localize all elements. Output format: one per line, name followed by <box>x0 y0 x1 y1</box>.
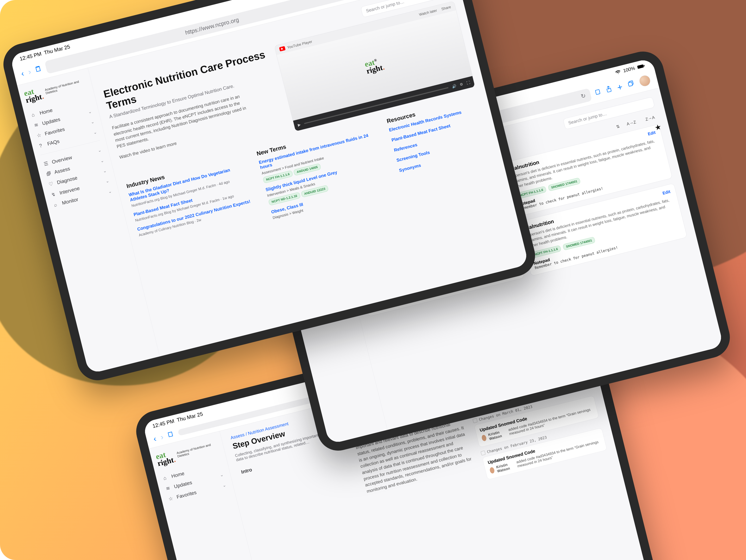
svg-rect-9 <box>628 82 632 86</box>
rss-icon: ≋ <box>33 121 40 129</box>
sort-za-button[interactable]: Z→A <box>642 113 658 124</box>
chevron-down-icon: ⌄ <box>93 130 97 135</box>
avatar[interactable] <box>638 74 652 87</box>
bolt-icon: ↯ <box>51 191 57 198</box>
clipboard-icon: 🗊 <box>46 170 52 177</box>
star-icon: ☆ <box>36 132 42 139</box>
doc-icon: ☰ <box>43 160 50 167</box>
svg-rect-6 <box>644 65 645 67</box>
avatar <box>489 467 495 474</box>
chevron-down-icon: ⌄ <box>90 119 95 125</box>
bookmarks-button[interactable] <box>167 430 175 440</box>
youtube-icon <box>279 46 286 52</box>
bookmarks-button[interactable] <box>34 65 42 74</box>
new-tab-icon[interactable]: + <box>616 82 624 93</box>
back-button[interactable]: ‹ <box>152 434 157 443</box>
tabs-icon[interactable] <box>627 80 635 89</box>
avatar <box>481 435 487 442</box>
share-button[interactable]: Share <box>441 5 451 11</box>
forward-button[interactable]: › <box>160 432 164 442</box>
help-icon: ? <box>38 142 45 149</box>
wifi-icon <box>615 69 621 75</box>
back-button[interactable]: ‹ <box>20 69 25 78</box>
reload-icon[interactable]: ↻ <box>580 92 586 100</box>
battery-percent: 100% <box>623 65 636 74</box>
share-icon[interactable] <box>605 85 613 94</box>
search-icon: ⌕ <box>53 201 60 208</box>
heart-icon: ♡ <box>48 180 55 188</box>
svg-rect-5 <box>637 64 644 69</box>
svg-rect-7 <box>595 89 600 94</box>
forward-button[interactable]: › <box>27 67 32 76</box>
home-icon: ⌂ <box>31 111 37 118</box>
sort-az-button[interactable]: A→Z <box>623 117 639 129</box>
reader-icon[interactable] <box>594 88 602 97</box>
svg-rect-8 <box>607 88 611 92</box>
chevron-down-icon: ⌄ <box>88 109 92 115</box>
battery-icon <box>637 64 645 69</box>
brand-subline: Academy of Nutrition and Dietetics <box>45 78 87 95</box>
brand-subline: Academy of Nutrition and Dietetics <box>176 442 219 458</box>
